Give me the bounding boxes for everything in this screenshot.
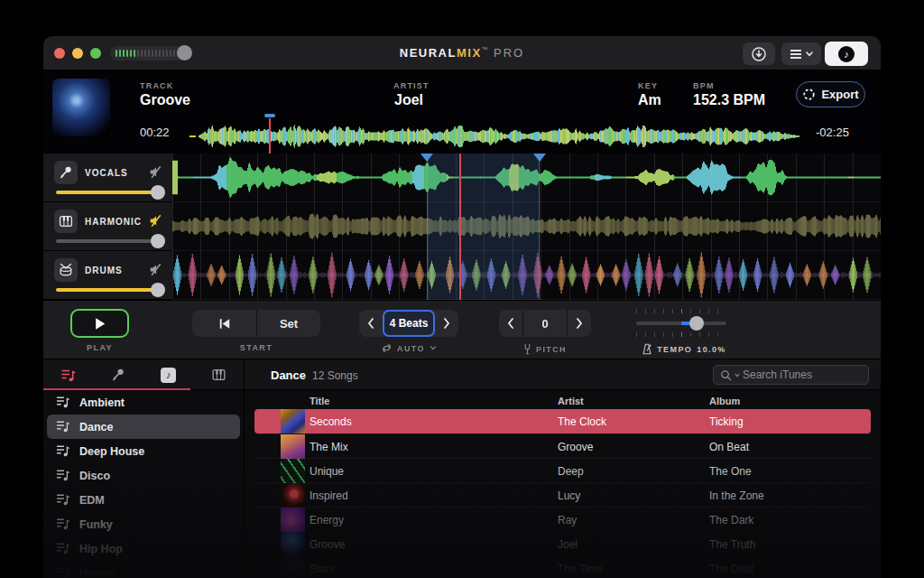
harmonic-volume-thumb[interactable] — [151, 234, 165, 248]
sidebar-item-edm[interactable]: EDM — [43, 488, 244, 512]
track-title: Groove — [140, 92, 190, 108]
song-row[interactable]: Inspired Lucy In the Zone — [254, 482, 871, 507]
track-info-bar: TRACK Groove ARTIST Joel KEY Am BPM 152.… — [43, 70, 881, 154]
column-header-album[interactable]: Album — [709, 396, 740, 406]
apple-music-button[interactable]: ♪ — [825, 42, 868, 66]
tempo-thumb[interactable] — [689, 316, 704, 331]
stem-name: HARMONIC — [85, 217, 142, 227]
drum-icon — [54, 258, 78, 282]
loop-increase-button[interactable] — [435, 310, 458, 337]
playlist-icon — [56, 566, 70, 578]
loop-region[interactable] — [427, 154, 540, 300]
column-header-title[interactable]: Title — [310, 396, 329, 406]
stem-vocals: VOCALS — [43, 154, 172, 202]
pitch-decrease-button[interactable] — [499, 310, 522, 337]
app-title-neural: NEURAL — [400, 46, 457, 60]
export-button[interactable]: Export — [796, 81, 865, 107]
sidebar-item-dance[interactable]: Dance — [43, 415, 244, 439]
sidebar-item-deep-house[interactable]: Deep House — [43, 439, 244, 463]
loop-icon — [381, 343, 393, 353]
key-value: Am — [638, 92, 661, 108]
track-label: TRACK — [140, 81, 174, 90]
song-row[interactable]: Stars The Time The Deal — [254, 555, 871, 578]
harmonic-volume-slider[interactable] — [56, 239, 159, 243]
start-control: Set — [192, 310, 320, 337]
sidebar-item-hip-hop[interactable]: Hip Hop — [43, 536, 244, 561]
sidebar-item-disco[interactable]: Disco — [43, 463, 244, 488]
drums-volume-thumb[interactable] — [151, 283, 165, 297]
song-row[interactable]: Groove Joel The Truth — [254, 531, 871, 555]
remaining-time: -02:25 — [816, 126, 849, 139]
hamburger-icon — [790, 49, 802, 60]
song-row[interactable]: The Mix Groove On Beat — [254, 434, 871, 458]
loop-length-stepper: 4 Beats — [359, 310, 458, 337]
sidebar-item-ambient[interactable]: Ambient — [43, 390, 244, 415]
play-label: PLAY — [70, 343, 129, 352]
stem-name: DRUMS — [85, 266, 123, 275]
stem-name: VOCALS — [85, 168, 128, 178]
pitch-increase-button[interactable] — [568, 310, 591, 337]
loop-start-marker[interactable] — [420, 154, 433, 162]
microphone-icon — [54, 161, 78, 184]
vocals-volume-slider[interactable] — [56, 191, 159, 194]
sidebar-item-partial[interactable]: House — [43, 561, 244, 578]
stem-channel-panel: VOCALS HARMONIC — [43, 154, 172, 300]
overview-marker[interactable] — [264, 114, 275, 117]
export-progress-icon — [802, 88, 816, 101]
chevron-down-icon — [430, 346, 437, 350]
vocals-volume-thumb[interactable] — [151, 185, 165, 200]
pitch-label-row: PITCH — [499, 343, 591, 355]
titlebar: NEURALMIX™PRO ♪ — [43, 36, 881, 70]
tab-playlists[interactable] — [43, 359, 94, 390]
song-artwork — [281, 459, 305, 483]
artist-label: ARTIST — [393, 81, 430, 90]
tab-itunes[interactable]: ♪ — [143, 359, 194, 390]
songs-table: Title Artist Album Seconds The Clock Tic… — [244, 359, 881, 578]
download-button[interactable] — [743, 42, 775, 65]
pitch-value[interactable]: 0 — [523, 310, 567, 337]
play-button[interactable] — [70, 309, 129, 338]
song-row[interactable]: Energy Ray The Dark — [254, 507, 871, 531]
library-section: ♪ Dance 12 Songs — [43, 359, 881, 578]
menu-button[interactable] — [781, 42, 821, 65]
stem-waveforms[interactable] — [172, 154, 881, 300]
tempo-slider[interactable] — [636, 322, 726, 325]
export-label: Export — [821, 88, 858, 101]
loop-mode-dropdown[interactable]: AUTO — [359, 343, 458, 353]
playlist-icon — [56, 493, 70, 506]
music-note-icon: ♪ — [838, 46, 855, 62]
song-artwork — [281, 508, 305, 532]
loop-length-value[interactable]: 4 Beats — [383, 310, 435, 337]
playlist-icon — [56, 469, 70, 481]
tab-microphone[interactable] — [94, 359, 144, 390]
song-artwork — [281, 483, 305, 508]
column-header-artist[interactable]: Artist — [558, 396, 584, 406]
vocals-mute-button[interactable] — [148, 164, 164, 181]
overview-waveform[interactable] — [189, 121, 803, 152]
library-tabs: ♪ — [43, 359, 244, 390]
jump-to-start-button[interactable] — [192, 310, 256, 337]
playhead — [459, 154, 461, 300]
loop-decrease-button[interactable] — [359, 310, 383, 337]
drums-volume-slider[interactable] — [56, 288, 159, 292]
playlist-icon — [56, 444, 70, 457]
tempo-label-row: TEMPO 10.0% — [621, 343, 747, 355]
song-artwork — [281, 556, 305, 578]
elapsed-time: 00:22 — [140, 126, 170, 139]
drums-mute-button[interactable] — [148, 262, 164, 278]
song-artwork — [281, 532, 305, 556]
sidebar-item-funky[interactable]: Funky — [43, 512, 244, 536]
bpm-label: BPM — [693, 81, 715, 90]
playlist-icon — [56, 517, 70, 530]
app-title-mix: MIX — [457, 46, 482, 60]
tempo-center-tick-bottom — [681, 332, 682, 337]
set-start-button[interactable]: Set — [257, 310, 320, 337]
start-label: START — [192, 343, 320, 352]
song-row-selected[interactable]: Seconds The Clock Ticking — [254, 409, 871, 434]
playlist-icon — [56, 542, 70, 555]
loop-end-marker[interactable] — [533, 154, 546, 162]
tab-sampler[interactable] — [194, 359, 245, 390]
song-row[interactable]: Unique Deep The One — [254, 458, 871, 482]
harmonic-mute-button[interactable] — [148, 213, 164, 229]
overview-playhead[interactable] — [269, 118, 271, 154]
